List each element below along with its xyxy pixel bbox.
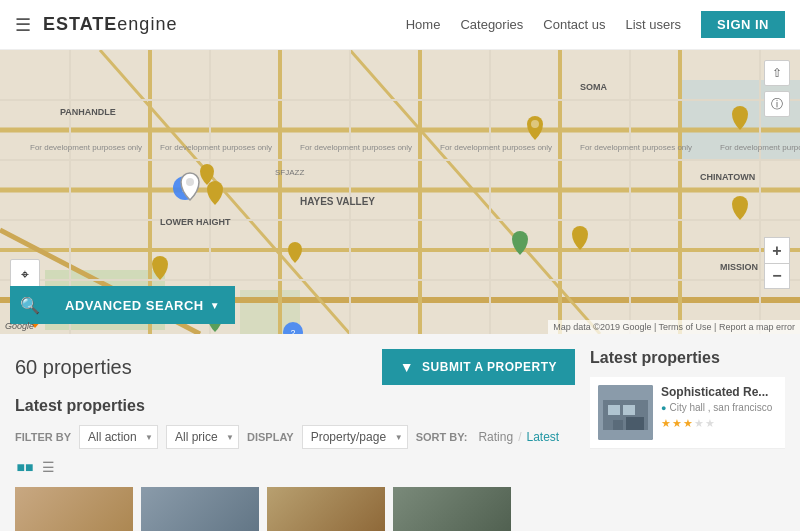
svg-text:2: 2 (290, 328, 295, 334)
action-select-wrapper: All action (79, 425, 158, 449)
info-icon[interactable]: ⓘ (764, 91, 790, 117)
nav-list-users[interactable]: List users (625, 17, 681, 32)
svg-text:For development purposes only: For development purposes only (300, 143, 412, 152)
hamburger-icon[interactable]: ☰ (15, 14, 31, 36)
display-select[interactable]: Property/page (302, 425, 408, 449)
property-thumbnails: FOR SALE FOR RENT FOR RENT FOR RENT (15, 487, 575, 531)
property-image-2 (141, 487, 259, 531)
logo: ESTATEENGINE (43, 14, 177, 35)
star-1: ★ (661, 417, 671, 430)
map-zoom-controls: + − (764, 237, 790, 289)
svg-text:SOMA: SOMA (580, 82, 608, 92)
display-select-wrapper: Property/page (302, 425, 408, 449)
svg-text:For development purposes only: For development purposes only (580, 143, 692, 152)
svg-rect-49 (613, 420, 623, 430)
my-location-button[interactable]: ⌖ (10, 259, 40, 289)
map-controls-right: ⇧ ⓘ (764, 60, 790, 117)
svg-text:PANHANDLE: PANHANDLE (60, 107, 116, 117)
sort-tabs: Rating / Latest (475, 430, 562, 444)
svg-text:LOWER HAIGHT: LOWER HAIGHT (160, 217, 231, 227)
star-5: ★ (705, 417, 715, 430)
filter-by-label: FILTER BY (15, 431, 71, 443)
header-left: ☰ ESTATEENGINE (15, 14, 177, 36)
sort-rating[interactable]: Rating (475, 430, 516, 444)
property-thumb-3[interactable]: FOR RENT (267, 487, 385, 531)
chevron-down-icon: ▼ (210, 300, 220, 311)
sort-latest[interactable]: Latest (523, 430, 562, 444)
svg-text:SFJAZZ: SFJAZZ (275, 168, 304, 177)
action-select[interactable]: All action (79, 425, 158, 449)
nav-categories[interactable]: Categories (460, 17, 523, 32)
svg-text:For development purposes only: For development purposes only (720, 143, 800, 152)
left-section-title: Latest properties (15, 397, 575, 415)
svg-rect-50 (626, 417, 644, 430)
location-text: City hall , san francisco (669, 402, 772, 413)
logo-bold: ESTATE (43, 14, 117, 34)
sort-label: SORT BY: (416, 431, 468, 443)
property-image-3 (267, 487, 385, 531)
list-view-icon[interactable]: ☰ (38, 457, 58, 477)
svg-text:For development purposes only: For development purposes only (160, 143, 272, 152)
property-thumb-1[interactable]: FOR SALE (15, 487, 133, 531)
svg-text:CHINATOWN: CHINATOWN (700, 172, 755, 182)
submit-icon: ▼ (400, 359, 414, 375)
map-container: For development purposes only For develo… (0, 50, 800, 334)
nav-contact[interactable]: Contact us (543, 17, 605, 32)
properties-header: 60 properties ▼ SUBMIT A PROPERTY (15, 349, 575, 385)
zoom-out-button[interactable]: − (764, 263, 790, 289)
nav-home[interactable]: Home (406, 17, 441, 32)
svg-text:For development purposes only: For development purposes only (440, 143, 552, 152)
header-nav: Home Categories Contact us List users SI… (406, 11, 785, 38)
svg-rect-47 (608, 405, 620, 415)
price-select-wrapper: All price (166, 425, 239, 449)
content-left: 60 properties ▼ SUBMIT A PROPERTY Latest… (15, 349, 575, 531)
filter-bar: FILTER BY All action All price DISPLAY P… (15, 425, 575, 477)
properties-count: 60 properties (15, 356, 132, 379)
display-label: DISPLAY (247, 431, 294, 443)
view-icons: ■■ ☰ (15, 457, 58, 477)
logo-light: ENGINE (117, 14, 177, 34)
content-right: Latest properties Sophisticated Re... ● … (590, 349, 785, 531)
svg-point-43 (531, 120, 539, 128)
price-select[interactable]: All price (166, 425, 239, 449)
latest-property-item[interactable]: Sophisticated Re... ● City hall , san fr… (590, 377, 785, 449)
property-image-1 (15, 487, 133, 531)
property-thumb-2[interactable]: FOR RENT (141, 487, 259, 531)
rating-stars: ★ ★ ★ ★ ★ (661, 417, 777, 430)
header: ☰ ESTATEENGINE Home Categories Contact u… (0, 0, 800, 50)
advanced-search-button[interactable]: ADVANCED SEARCH ▼ (50, 286, 235, 324)
sign-in-button[interactable]: SIGN IN (701, 11, 785, 38)
google-logo: Google (5, 321, 34, 331)
submit-label: SUBMIT A PROPERTY (422, 360, 557, 374)
map-attribution: Map data ©2019 Google | Terms of Use | R… (548, 320, 800, 334)
zoom-in-button[interactable]: + (764, 237, 790, 263)
latest-prop-thumbnail (598, 385, 653, 440)
advanced-search-label: ADVANCED SEARCH (65, 298, 204, 313)
grid-view-icon[interactable]: ■■ (15, 457, 35, 477)
svg-text:MISSION: MISSION (720, 262, 758, 272)
latest-prop-location: ● City hall , san francisco (661, 402, 777, 413)
svg-point-44 (186, 178, 194, 186)
sort-divider: / (516, 430, 523, 444)
star-4: ★ (694, 417, 704, 430)
location-pin-icon: ● (661, 403, 666, 413)
property-image-4 (393, 487, 511, 531)
search-button[interactable]: 🔍 (10, 286, 50, 324)
latest-prop-name: Sophisticated Re... (661, 385, 777, 399)
property-thumb-4[interactable]: FOR RENT (393, 487, 511, 531)
content-area: 60 properties ▼ SUBMIT A PROPERTY Latest… (0, 334, 800, 531)
right-section-title: Latest properties (590, 349, 785, 367)
submit-property-button[interactable]: ▼ SUBMIT A PROPERTY (382, 349, 575, 385)
star-2: ★ (672, 417, 682, 430)
map-search-bar: 🔍 ADVANCED SEARCH ▼ (10, 286, 235, 324)
latest-prop-info: Sophisticated Re... ● City hall , san fr… (661, 385, 777, 430)
svg-text:For development purposes only: For development purposes only (30, 143, 142, 152)
svg-text:HAYES VALLEY: HAYES VALLEY (300, 196, 375, 207)
svg-rect-48 (623, 405, 635, 415)
share-icon[interactable]: ⇧ (764, 60, 790, 86)
star-3: ★ (683, 417, 693, 430)
